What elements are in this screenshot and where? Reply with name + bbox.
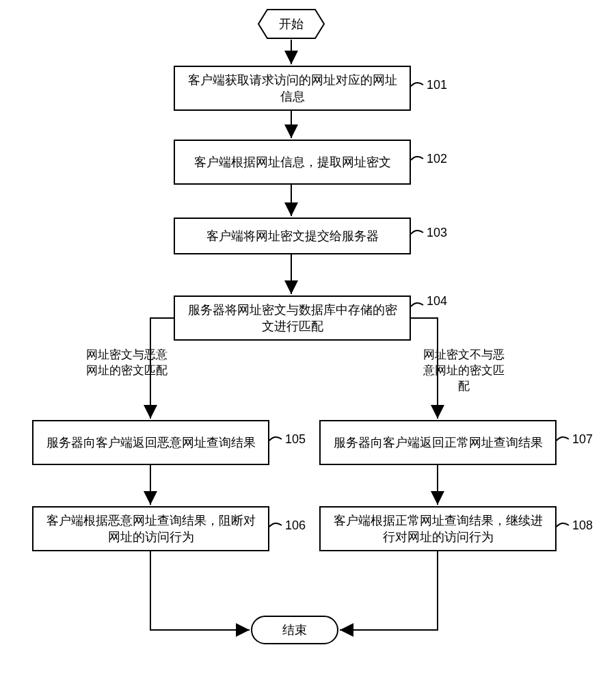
step-105: 服务器向客户端返回恶意网址查询结果 (32, 420, 269, 465)
step-101-num: 101 (427, 78, 447, 92)
step-108: 客户端根据正常网址查询结果，继续进行对网址的访问行为 (319, 506, 557, 551)
step-105-text: 服务器向客户端返回恶意网址查询结果 (46, 434, 256, 451)
flow-end: 结束 (251, 616, 338, 644)
step-101: 客户端获取请求访问的网址对应的网址信息 (174, 66, 411, 111)
flow-end-label: 结束 (282, 622, 307, 638)
step-101-text: 客户端获取请求访问的网址对应的网址信息 (182, 72, 403, 105)
step-107: 服务器向客户端返回正常网址查询结果 (319, 420, 557, 465)
branch-right-label: 网址密文不与恶意网址的密文匹配 (423, 347, 505, 395)
step-104-text: 服务器将网址密文与数据库中存储的密文进行匹配 (182, 302, 403, 335)
step-106-text: 客户端根据恶意网址查询结果，阻断对网址的访问行为 (40, 512, 261, 546)
step-102-num: 102 (427, 152, 447, 166)
step-102-text: 客户端根据网址信息，提取网址密文 (194, 154, 391, 170)
step-103-num: 103 (427, 226, 447, 240)
step-106-num: 106 (285, 518, 306, 533)
step-108-text: 客户端根据正常网址查询结果，继续进行对网址的访问行为 (327, 512, 548, 546)
step-103-text: 客户端将网址密文提交给服务器 (206, 228, 379, 244)
step-104: 服务器将网址密文与数据库中存储的密文进行匹配 (174, 295, 411, 341)
step-105-num: 105 (285, 432, 306, 447)
step-103: 客户端将网址密文提交给服务器 (174, 218, 411, 254)
step-102: 客户端根据网址信息，提取网址密文 (174, 140, 411, 185)
step-104-num: 104 (427, 294, 447, 308)
step-107-text: 服务器向客户端返回正常网址查询结果 (334, 434, 543, 451)
flow-start-label: 开始 (279, 16, 304, 32)
step-107-num: 107 (572, 432, 593, 447)
step-108-num: 108 (572, 518, 593, 533)
flow-start: 开始 (257, 8, 325, 40)
step-106: 客户端根据恶意网址查询结果，阻断对网址的访问行为 (32, 506, 269, 551)
branch-left-label: 网址密文与恶意网址的密文匹配 (85, 347, 168, 379)
